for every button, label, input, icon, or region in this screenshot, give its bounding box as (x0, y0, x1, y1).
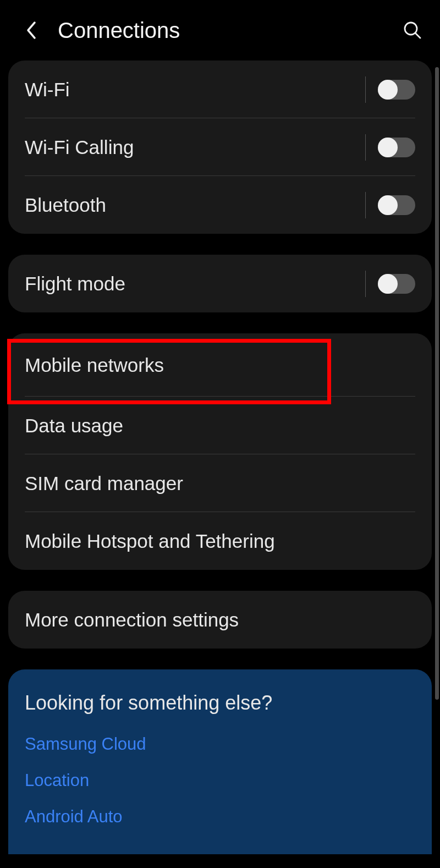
android-auto-link[interactable]: Android Auto (25, 807, 415, 827)
item-label: Mobile networks (25, 354, 415, 376)
wifi-item[interactable]: Wi-Fi (8, 61, 432, 118)
divider (365, 271, 366, 297)
flight-mode-toggle[interactable] (378, 274, 415, 294)
item-label: More connection settings (25, 609, 415, 631)
toggle-wrap (365, 271, 415, 297)
wifi-calling-toggle[interactable] (378, 138, 415, 157)
mobile-hotspot-item[interactable]: Mobile Hotspot and Tethering (8, 512, 432, 570)
samsung-cloud-link[interactable]: Samsung Cloud (25, 734, 415, 754)
bluetooth-toggle[interactable] (378, 195, 415, 215)
toggle-knob (378, 274, 398, 294)
back-icon[interactable] (23, 23, 38, 38)
divider (365, 134, 366, 161)
item-label: Flight mode (25, 273, 365, 295)
flight-mode-item[interactable]: Flight mode (8, 255, 432, 312)
page-title: Connections (58, 18, 402, 43)
toggle-knob (378, 138, 398, 157)
header: Connections (0, 0, 440, 61)
item-label: SIM card manager (25, 473, 415, 495)
item-label: Data usage (25, 415, 415, 437)
toggle-wrap (365, 76, 415, 103)
sim-card-manager-item[interactable]: SIM card manager (8, 454, 432, 512)
item-label: Wi-Fi Calling (25, 136, 365, 158)
search-icon[interactable] (402, 19, 424, 41)
divider (365, 76, 366, 103)
settings-group: More connection settings (8, 591, 432, 649)
suggestions-card: Looking for something else? Samsung Clou… (8, 669, 432, 854)
scrollbar[interactable] (435, 67, 439, 700)
data-usage-item[interactable]: Data usage (8, 397, 432, 454)
more-connection-settings-item[interactable]: More connection settings (8, 591, 432, 649)
toggle-knob (378, 195, 398, 215)
wifi-calling-item[interactable]: Wi-Fi Calling (8, 118, 432, 176)
settings-group: Wi-Fi Wi-Fi Calling Bluetooth (8, 61, 432, 234)
wifi-toggle[interactable] (378, 80, 415, 100)
divider (365, 192, 366, 218)
item-label: Bluetooth (25, 194, 365, 216)
toggle-wrap (365, 134, 415, 161)
item-label: Wi-Fi (25, 79, 365, 101)
settings-group: Flight mode (8, 255, 432, 312)
suggestions-title: Looking for something else? (25, 691, 415, 715)
toggle-wrap (365, 192, 415, 218)
toggle-knob (378, 80, 398, 100)
content: Wi-Fi Wi-Fi Calling Bluetooth (0, 61, 440, 854)
mobile-networks-item[interactable]: Mobile networks (8, 333, 432, 397)
bluetooth-item[interactable]: Bluetooth (8, 176, 432, 234)
location-link[interactable]: Location (25, 771, 415, 790)
item-label: Mobile Hotspot and Tethering (25, 530, 415, 552)
settings-group: Mobile networks Data usage SIM card mana… (8, 333, 432, 570)
